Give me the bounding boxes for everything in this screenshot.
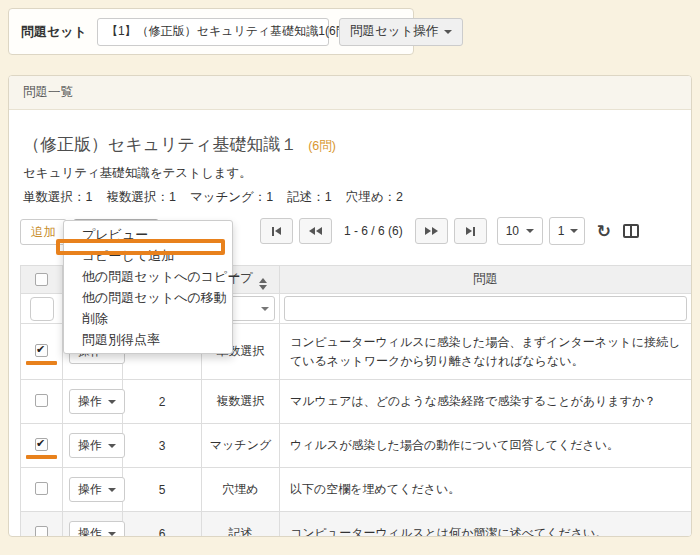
question-set-operations-button[interactable]: 問題セット操作	[339, 18, 463, 46]
row-checkbox[interactable]	[35, 344, 48, 357]
row-type-cell: マッチング	[202, 424, 280, 468]
row-action-button[interactable]: 操作	[69, 433, 125, 458]
chevron-down-icon	[108, 532, 116, 536]
question-set-title-text: （修正版）セキュリティ基礎知識１	[23, 135, 297, 154]
question-set-description: セキュリティ基礎知識をテストします。	[20, 165, 682, 182]
chevron-down-icon	[261, 307, 269, 311]
row-action-cell: 操作	[63, 424, 123, 468]
chevron-down-icon	[108, 444, 116, 448]
row-checkbox[interactable]	[35, 394, 48, 407]
table-row: 操作5穴埋め以下の空欄を埋めてください。	[21, 468, 692, 512]
select-all-checkbox[interactable]	[35, 273, 48, 286]
table-row: 操作2複数選択マルウェアは、どのような感染経路で感染することがありますか？	[21, 380, 692, 424]
row-checkbox[interactable]	[35, 482, 48, 495]
row-action-button[interactable]: 操作	[69, 477, 125, 502]
next-page-button[interactable]	[415, 218, 448, 244]
row-checkbox-cell	[21, 468, 63, 512]
checkbox-wrap	[35, 394, 48, 407]
table-row: 操作6記述コンピューターウィルスとは何か簡潔に述べてください。	[21, 512, 692, 537]
row-checkbox-cell	[21, 424, 63, 468]
row-action-label: 操作	[78, 437, 102, 454]
row-action-button[interactable]: 操作	[69, 389, 125, 414]
row-action-label: 操作	[78, 525, 102, 537]
row-id-cell: 5	[123, 468, 202, 512]
page-number-value: 1	[558, 224, 565, 238]
stat-item: マッチング：1	[190, 190, 273, 204]
row-id-cell: 6	[123, 512, 202, 537]
row-checkbox[interactable]	[35, 526, 48, 537]
checkbox-wrap	[35, 526, 48, 537]
row-type-cell: 複数選択	[202, 380, 280, 424]
add-question-label: 追加	[31, 224, 56, 241]
app-screen: 問題セット 【1】（修正版）セキュリティ基礎知識1(6問) 問題セット操作 問題…	[0, 0, 700, 555]
row-question-cell: マルウェアは、どのような感染経路で感染することがありますか？	[280, 380, 692, 424]
last-page-button[interactable]	[454, 218, 487, 244]
question-count-badge: (6問)	[308, 139, 336, 153]
last-page-icon	[466, 227, 472, 235]
stat-item: 複数選択：1	[106, 190, 175, 204]
question-set-select-value: 【1】（修正版）セキュリティ基礎知識1(6問)	[106, 23, 352, 40]
question-filter-cell	[280, 294, 692, 324]
annotated-checkbox-wrap	[35, 438, 48, 451]
stat-item: 穴埋め：2	[346, 190, 403, 204]
row-action-label: 操作	[78, 393, 102, 410]
chevron-down-icon	[570, 229, 578, 233]
page-size-value: 10	[506, 224, 519, 238]
page-size-select[interactable]: 10	[497, 217, 543, 245]
row-question-cell: コンピューターウィルスに感染した場合、まずインターネットに接続しているネットワー…	[280, 324, 692, 380]
prev-page-button[interactable]	[299, 218, 332, 244]
menu-item[interactable]: 他の問題セットへのコピー	[64, 266, 232, 287]
row-action-cell: 操作	[63, 512, 123, 537]
stat-item: 単数選択：1	[23, 190, 92, 204]
menu-item[interactable]: 削除	[64, 308, 232, 329]
table-row: 操作3マッチングウィルスが感染した場合の動作について回答してください。	[21, 424, 692, 468]
checkbox-wrap	[35, 482, 48, 495]
row-question-cell: 以下の空欄を埋めてください。	[280, 468, 692, 512]
question-type-stats: 単数選択：1複数選択：1マッチング：1記述：1穴埋め：2	[20, 189, 682, 206]
row-action-cell: 操作	[63, 468, 123, 512]
stat-item: 記述：1	[287, 190, 331, 204]
question-filter-input[interactable]	[284, 296, 687, 321]
question-column-header: 問題	[280, 266, 692, 294]
next-page-icon	[425, 227, 431, 235]
menu-item[interactable]: コピーして追加	[64, 245, 232, 266]
row-type-cell: 記述	[202, 512, 280, 537]
row-action-cell: 操作	[63, 380, 123, 424]
chevron-down-icon	[526, 229, 534, 233]
menu-item[interactable]: 問題別得点率	[64, 329, 232, 350]
question-set-operations-label: 問題セット操作	[350, 23, 438, 40]
chevron-down-icon	[108, 400, 116, 404]
row-question-cell: コンピューターウィルスとは何か簡潔に述べてください。	[280, 512, 692, 537]
menu-item[interactable]: プレビュー	[64, 224, 232, 245]
refresh-icon[interactable]: ↻	[597, 223, 611, 240]
first-page-icon	[272, 227, 274, 236]
annotated-checkbox-wrap	[35, 344, 48, 357]
select-all-header-cell	[21, 266, 63, 294]
row-checkbox-cell	[21, 324, 63, 380]
prev-page-icon	[309, 227, 315, 235]
row-action-label: 操作	[78, 481, 102, 498]
checkbox-filter-box[interactable]	[30, 297, 54, 321]
menu-item[interactable]: 他の問題セットへの移動	[64, 287, 232, 308]
checkbox-filter-cell	[21, 294, 63, 324]
page-range-label: 1 - 6 / 6 (6)	[344, 224, 403, 238]
row-id-cell: 3	[123, 424, 202, 468]
panel-heading: 問題一覧	[9, 76, 691, 110]
question-set-select[interactable]: 【1】（修正版）セキュリティ基礎知識1(6問)	[97, 18, 329, 46]
question-set-bar: 問題セット 【1】（修正版）セキュリティ基礎知識1(6問) 問題セット操作	[8, 8, 414, 55]
chevron-down-icon	[444, 30, 452, 34]
sort-icon[interactable]	[259, 278, 267, 290]
page-number-select[interactable]: 1	[549, 217, 585, 245]
row-checkbox[interactable]	[35, 438, 48, 451]
row-checkbox-cell	[21, 380, 63, 424]
chevron-down-icon	[108, 488, 116, 492]
question-set-label: 問題セット	[21, 23, 87, 41]
add-question-button[interactable]: 追加	[20, 219, 67, 245]
pagination: 1 - 6 / 6 (6) 10 1 ↻	[260, 217, 639, 245]
first-page-button[interactable]	[260, 218, 293, 244]
columns-icon[interactable]	[623, 224, 639, 238]
question-header-label: 問題	[473, 272, 498, 286]
row-action-button[interactable]: 操作	[69, 521, 125, 537]
question-set-title: （修正版）セキュリティ基礎知識１ (6問)	[20, 133, 682, 156]
row-id-cell: 2	[123, 380, 202, 424]
